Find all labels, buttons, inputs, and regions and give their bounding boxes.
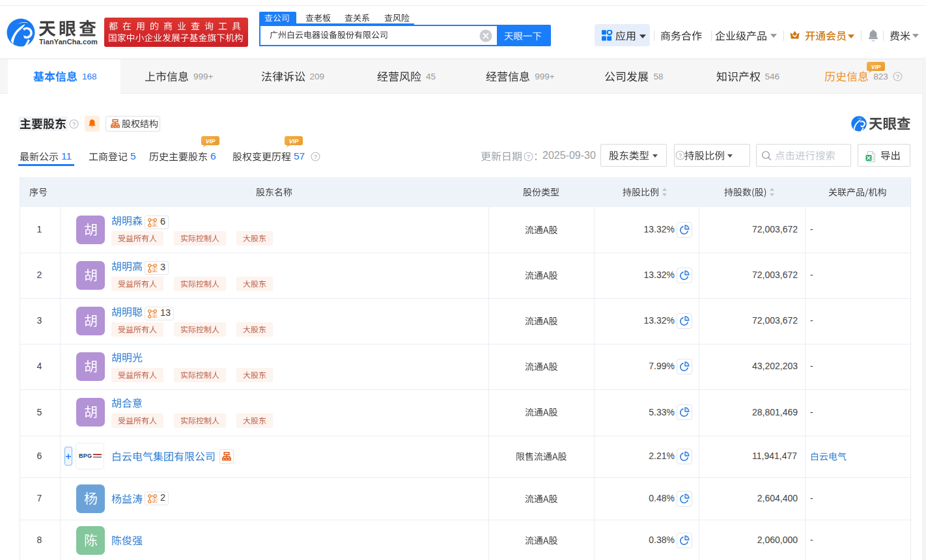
svg-text:VIP: VIP [871,64,882,70]
svg-text:?: ? [527,153,530,160]
svg-text:?: ? [72,121,76,128]
svg-text:VIP: VIP [206,138,216,145]
svg-text:?: ? [314,153,317,160]
svg-text:?: ? [896,74,899,80]
svg-text:VIP: VIP [289,138,300,145]
svg-text:?: ? [679,152,682,159]
